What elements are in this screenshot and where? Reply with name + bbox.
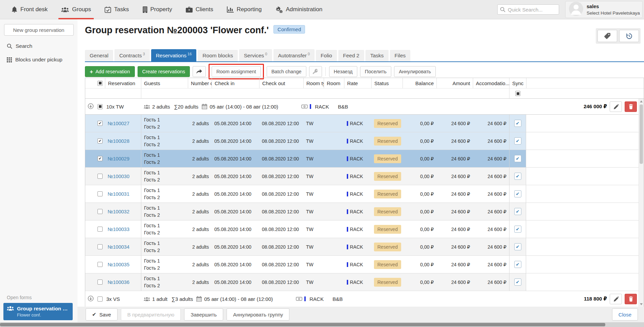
table-row[interactable]: №100034 Гость 1Гость 2 2 adults 05.08.20…	[85, 238, 644, 256]
save-button[interactable]: Save	[86, 308, 118, 321]
table-row[interactable]: №100029 Гость 1Гость 2 2 adults 05.08.20…	[85, 150, 644, 168]
nav-groups[interactable]: Groups	[61, 0, 91, 19]
sync-checkbox[interactable]	[514, 173, 521, 180]
table-row[interactable]: №100027 Гость 1Гость 2 2 adults 05.08.20…	[85, 115, 644, 132]
rate-cell: RACK	[344, 203, 371, 220]
nav-front-desk[interactable]: Front desk	[12, 0, 48, 19]
close-button[interactable]: Close	[612, 308, 638, 321]
sync-checkbox[interactable]	[514, 190, 521, 197]
reservation-link[interactable]: №100029	[108, 156, 129, 161]
table-row[interactable]: №100032 Гость 1Гость 2 2 adults 05.08.20…	[85, 203, 644, 220]
sync-checkbox[interactable]	[514, 226, 521, 233]
key-button[interactable]	[309, 66, 322, 77]
tab-reservations[interactable]: Reservations16	[151, 49, 197, 61]
row-checkbox[interactable]	[97, 138, 103, 143]
row-checkbox[interactable]	[97, 156, 103, 161]
tab-tasks[interactable]: Tasks	[365, 50, 389, 61]
sync-checkbox[interactable]	[514, 208, 521, 215]
row-checkbox[interactable]	[97, 174, 103, 179]
sidebar-item-blocks-under-pickup[interactable]: Blocks under pickup	[7, 57, 77, 63]
scroll-down-arrow[interactable]	[640, 303, 643, 305]
table-row[interactable]: №100028 Гость 1Гость 2 2 adults 05.08.20…	[85, 132, 644, 150]
tags-button[interactable]	[597, 30, 617, 42]
group-row-vs[interactable]: 3x VS 1 adult ∑3 adults 05 авг (14:00) -…	[85, 291, 644, 307]
row-checkbox[interactable]	[97, 262, 103, 267]
sync-checkbox[interactable]	[514, 243, 521, 250]
forward-button[interactable]	[193, 66, 206, 77]
tab-feed[interactable]: Feed 2	[338, 50, 364, 61]
row-checkbox[interactable]	[97, 227, 103, 232]
create-reservations-button[interactable]: Create reservations	[138, 66, 190, 77]
row-checkbox[interactable]	[97, 280, 103, 285]
room-cell	[324, 150, 344, 167]
row-checkbox[interactable]	[97, 191, 103, 196]
sidebar-item-search[interactable]: Search	[7, 43, 77, 49]
tab-autotransfer[interactable]: Autotransfer0	[273, 49, 315, 61]
tab-room-blocks[interactable]: Room blocks	[198, 50, 238, 61]
user-menu[interactable]: sales Select Hotel Paveletskaya	[565, 1, 643, 18]
edit-group-button[interactable]	[610, 294, 622, 304]
reservation-link[interactable]: №100034	[108, 244, 129, 250]
no-show-button[interactable]: Незаезд	[329, 66, 357, 77]
table-row[interactable]: №100031 Гость 1Гость 2 2 adults 05.08.20…	[85, 185, 644, 203]
annul-button[interactable]: Аннулировать	[394, 66, 436, 77]
row-checkbox[interactable]	[97, 209, 103, 214]
nav-administration[interactable]: Administration	[275, 0, 322, 19]
group-checkbox[interactable]	[97, 104, 103, 109]
delete-group-button[interactable]	[625, 294, 637, 304]
sync-all-checkbox[interactable]	[515, 91, 520, 96]
sync-checkbox[interactable]	[514, 278, 521, 286]
delete-group-button[interactable]	[625, 101, 637, 112]
table-row[interactable]: №100030 Гость 1Гость 2 2 adults 05.08.20…	[85, 168, 644, 185]
tab-general[interactable]: General	[85, 50, 113, 61]
nav-property[interactable]: Property	[143, 0, 172, 19]
nav-clients[interactable]: Clients	[186, 0, 213, 19]
collapse-icon[interactable]	[88, 103, 94, 110]
reservation-link[interactable]: №100033	[108, 227, 129, 232]
tab-services[interactable]: Services0	[239, 49, 272, 61]
reservation-link[interactable]: №100036	[108, 280, 129, 285]
settle-button[interactable]: Поселить	[360, 66, 391, 77]
table-row[interactable]: №100033 Гость 1Гость 2 2 adults 05.08.20…	[85, 220, 644, 238]
sync-checkbox[interactable]	[514, 155, 521, 162]
tab-files[interactable]: Files	[390, 50, 411, 61]
tab-contracts[interactable]: Contracts3	[114, 49, 149, 61]
finish-button[interactable]: Завершить	[184, 308, 223, 321]
batch-change-button[interactable]: Batch change	[267, 66, 306, 77]
accommodation-cell: 24 600 ₽	[473, 273, 509, 291]
group-row-tw[interactable]: 10x TW 2 adults ∑20 adults 05 авг (14:00…	[85, 99, 644, 115]
collapse-icon[interactable]	[88, 295, 94, 303]
reservation-link[interactable]: №100028	[108, 138, 129, 144]
scroll-up-arrow[interactable]	[640, 100, 643, 102]
reservation-link[interactable]: №100031	[108, 191, 129, 197]
row-checkbox[interactable]	[97, 244, 103, 249]
new-group-reservation-button[interactable]: New group reservation	[4, 24, 74, 36]
tab-folio[interactable]: Folio	[316, 50, 337, 61]
horizontal-scrollbar[interactable]	[0, 322, 644, 327]
reservation-link[interactable]: №100027	[108, 121, 129, 126]
scrollbar-thumb[interactable]	[0, 323, 605, 326]
sync-checkbox[interactable]	[514, 137, 521, 145]
table-row[interactable]: №100035 Гость 1Гость 2 2 adults 05.08.20…	[85, 256, 644, 273]
sync-checkbox[interactable]	[514, 120, 521, 127]
nav-reporting[interactable]: Reporting	[227, 0, 262, 19]
history-button[interactable]	[619, 30, 639, 42]
nav-tasks[interactable]: Tasks	[105, 0, 129, 19]
reservation-link[interactable]: №100035	[108, 262, 129, 267]
add-reservation-button[interactable]: +Add reservation	[85, 66, 135, 77]
select-all-checkbox[interactable]	[97, 81, 103, 86]
vertical-scrollbar[interactable]	[639, 99, 644, 307]
reservation-link[interactable]: №100032	[108, 209, 129, 214]
row-checkbox[interactable]	[97, 121, 103, 126]
open-form-card[interactable]: Group reservation №2... Flower conf.	[3, 303, 73, 320]
reservation-link[interactable]: №100030	[108, 174, 129, 179]
scrollbar-thumb[interactable]	[640, 104, 643, 164]
to-preliminary-button[interactable]: В предварительную	[121, 308, 181, 321]
sync-checkbox[interactable]	[514, 261, 521, 268]
edit-group-button[interactable]	[610, 101, 622, 112]
group-checkbox[interactable]	[97, 296, 103, 302]
annul-group-button[interactable]: Аннулировать группу	[227, 308, 289, 321]
quick-search-input[interactable]	[497, 4, 559, 15]
table-row[interactable]: №100036 Гость 1Гость 2 2 adults 05.08.20…	[85, 273, 644, 291]
room-assignment-button[interactable]: Room assignment	[212, 66, 261, 77]
